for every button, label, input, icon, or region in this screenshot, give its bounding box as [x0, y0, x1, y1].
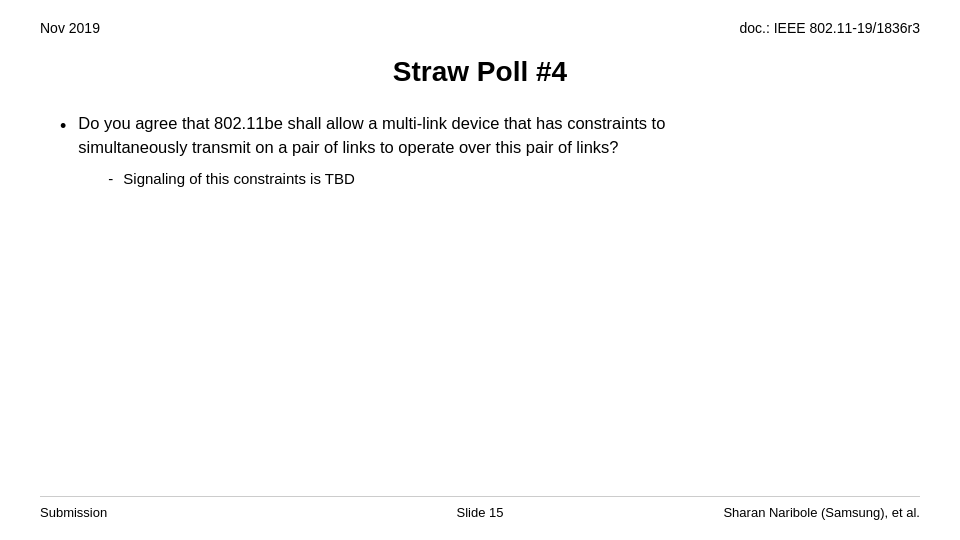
bullet-icon: •	[60, 113, 66, 139]
slide-header: Nov 2019 doc.: IEEE 802.11-19/1836r3	[40, 20, 920, 36]
footer-submission: Submission	[40, 505, 333, 520]
header-doc: doc.: IEEE 802.11-19/1836r3	[739, 20, 920, 36]
bullet-point-1: • Do you agree that 802.11be shall allow…	[60, 112, 900, 193]
slide-footer: Submission Slide 15 Sharan Naribole (Sam…	[40, 496, 920, 520]
slide-content: • Do you agree that 802.11be shall allow…	[40, 112, 920, 486]
sub-item-1: - Signaling of this constraints is TBD	[108, 168, 900, 189]
slide-title: Straw Poll #4	[40, 56, 920, 88]
bullet-text-1: Do you agree that 802.11be shall allow a…	[78, 112, 900, 193]
bullet-line-1: Do you agree that 802.11be shall allow a…	[78, 114, 665, 132]
header-date: Nov 2019	[40, 20, 100, 36]
footer-author: Sharan Naribole (Samsung), et al.	[627, 505, 920, 520]
bullet-line-2: simultaneously transmit on a pair of lin…	[78, 138, 618, 156]
sub-items: - Signaling of this constraints is TBD	[78, 168, 900, 189]
slide: Nov 2019 doc.: IEEE 802.11-19/1836r3 Str…	[0, 0, 960, 540]
sub-item-text-1: Signaling of this constraints is TBD	[123, 168, 355, 189]
sub-dash-icon: -	[108, 168, 113, 189]
footer-slide-number: Slide 15	[333, 505, 626, 520]
